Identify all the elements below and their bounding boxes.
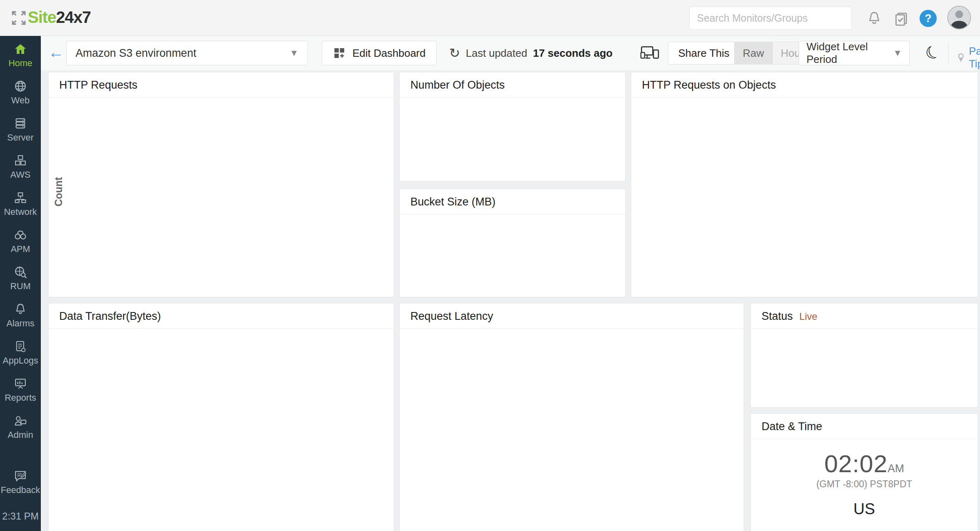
sidebar-item-alarms[interactable]: Alarms — [0, 303, 41, 340]
request-latency-chart — [400, 329, 744, 509]
alarm-bell-icon — [14, 303, 27, 316]
chart-title: HTTP Requests — [49, 72, 394, 98]
sidebar-item-label: Reports — [4, 393, 36, 403]
admin-icon — [14, 414, 27, 427]
clock-date: 23 Mar 2018 — [828, 529, 901, 531]
sidebar-item-rum[interactable]: RUM — [0, 266, 41, 303]
dark-mode-moon-icon[interactable]: ☾ — [922, 40, 944, 65]
chevron-down-icon: ▼ — [290, 48, 298, 58]
sidebar-item-reports[interactable]: Reports — [0, 377, 41, 414]
last-updated-prefix: Last updated — [466, 47, 527, 60]
sidebar-item-label: Alarms — [7, 318, 34, 329]
y-axis-label: Count — [53, 159, 65, 225]
reports-icon — [14, 377, 27, 390]
edit-dashboard-grid-icon — [333, 47, 346, 60]
logo-24x7: 24x7 — [56, 8, 91, 26]
sidebar-item-admin[interactable]: Admin — [0, 414, 41, 451]
search-input[interactable] — [689, 7, 852, 30]
date-time-card: Date & Time 02:02AM (GMT -8:00) PST8PDT … — [751, 413, 978, 531]
feedback-icon — [14, 469, 27, 482]
devices-icon[interactable] — [640, 45, 659, 61]
status-card: Status Live — [751, 303, 978, 408]
sidebar-item-applogs[interactable]: AppLogs — [0, 340, 41, 377]
user-avatar[interactable] — [947, 6, 971, 29]
sidebar-item-server[interactable]: Server — [0, 117, 41, 154]
number-of-objects-card: Number Of Objects — [399, 72, 626, 181]
clock-time: 02:02AM — [824, 450, 904, 478]
bucket-size-chart — [400, 214, 625, 297]
last-updated: ↻ Last updated 17 seconds ago — [449, 41, 612, 65]
bell-icon[interactable] — [866, 11, 882, 26]
bucket-size-card: Bucket Size (MB) — [399, 189, 626, 297]
data-transfer-chart — [49, 329, 394, 509]
http-requests-on-objects-chart — [631, 98, 978, 274]
raw-toggle-option[interactable]: Raw — [735, 42, 773, 64]
widget-level-period-value: Widget Level Period — [806, 40, 893, 66]
logo-site: Site — [28, 8, 56, 26]
chart-title: Data Transfer(Bytes) — [49, 303, 394, 329]
dashboard-header: ← Amazon S3 environment ▼ Edit Dashboard… — [41, 36, 980, 70]
edit-dashboard-label: Edit Dashboard — [352, 47, 425, 60]
edit-dashboard-button[interactable]: Edit Dashboard — [322, 41, 437, 65]
date-time-body: 02:02AM (GMT -8:00) PST8PDT US 23 Mar 20… — [751, 439, 978, 531]
header-divider — [948, 42, 949, 64]
back-button[interactable]: ← — [48, 43, 64, 61]
http-requests-on-objects-card: HTTP Requests on Objects — [631, 72, 978, 297]
chart-legend — [400, 509, 744, 531]
status-tiles — [751, 329, 978, 407]
widget-level-period-select[interactable]: Widget Level Period ▼ — [799, 41, 910, 65]
home-icon — [14, 42, 27, 56]
status-title-label: Status — [762, 310, 793, 323]
avatar-photo-icon — [948, 7, 970, 29]
sidebar-item-label: APM — [11, 244, 30, 254]
sidebar-item-label: AppLogs — [3, 355, 38, 366]
sidebar-item-aws[interactable]: AWS — [0, 154, 41, 191]
sidebar-item-label: Feedback — [1, 485, 40, 495]
chart-title: Bucket Size (MB) — [400, 189, 625, 214]
tasks-icon[interactable] — [893, 11, 909, 26]
dashboard-select[interactable]: Amazon S3 environment ▼ — [66, 41, 308, 65]
chart-legend — [49, 274, 394, 297]
status-live-badge: Live — [800, 311, 817, 322]
sidebar-item-web[interactable]: Web — [0, 80, 41, 117]
site24x7-dashboard: Site24x7 ? Home Web — [0, 0, 980, 531]
help-icon[interactable]: ? — [920, 10, 937, 27]
page-tips-link[interactable]: Page Tips — [957, 45, 980, 70]
server-icon — [14, 117, 27, 130]
chart-title: HTTP Requests on Objects — [631, 72, 978, 98]
aws-cubes-icon — [14, 154, 27, 167]
sidebar-item-label: Admin — [8, 430, 33, 440]
chart-legend — [631, 274, 978, 297]
clock-timezone: (GMT -8:00) PST8PDT — [816, 479, 912, 490]
page-tips-label: Page Tips — [969, 45, 980, 70]
chevron-down-icon: ▼ — [893, 48, 902, 58]
clock-time-value: 02:02 — [824, 450, 888, 477]
http-requests-card: HTTP Requests Count — [48, 72, 394, 297]
chart-title: Request Latency — [400, 303, 744, 329]
share-this-button[interactable]: Share This — [668, 42, 739, 65]
data-transfer-card: Data Transfer(Bytes) — [48, 303, 394, 531]
sidebar-item-label: Server — [7, 132, 34, 143]
clock-region: US — [853, 500, 875, 518]
dashboard-select-value: Amazon S3 environment — [76, 47, 196, 60]
sidebar-item-label: Web — [11, 95, 30, 106]
expand-icon[interactable] — [11, 10, 27, 26]
rum-globe-magnifier-icon — [14, 266, 27, 279]
globe-icon — [14, 80, 27, 93]
sidebar-item-home[interactable]: Home — [0, 42, 41, 80]
sidebar-item-feedback[interactable]: Feedback — [0, 469, 41, 506]
sidebar-item-label: AWS — [10, 170, 30, 180]
sidebar-clock: 2:31 PM — [2, 511, 38, 522]
sidebar-item-apm[interactable]: APM — [0, 228, 41, 266]
number-of-objects-chart — [400, 98, 625, 181]
sidebar-item-network[interactable]: Network — [0, 191, 41, 228]
clock-meridiem: AM — [888, 462, 904, 475]
refresh-icon[interactable]: ↻ — [449, 45, 460, 61]
status-title: Status Live — [751, 303, 978, 329]
dashboard-grid: HTTP Requests Count Number Of Objects Bu… — [41, 70, 980, 531]
left-sidebar: Home Web Server AWS Network APM RUM Ala — [0, 36, 41, 531]
chart-legend — [49, 509, 394, 531]
chart-title: Number Of Objects — [400, 72, 625, 98]
sidebar-item-label: Network — [4, 207, 37, 217]
last-updated-value: 17 seconds ago — [533, 47, 612, 60]
